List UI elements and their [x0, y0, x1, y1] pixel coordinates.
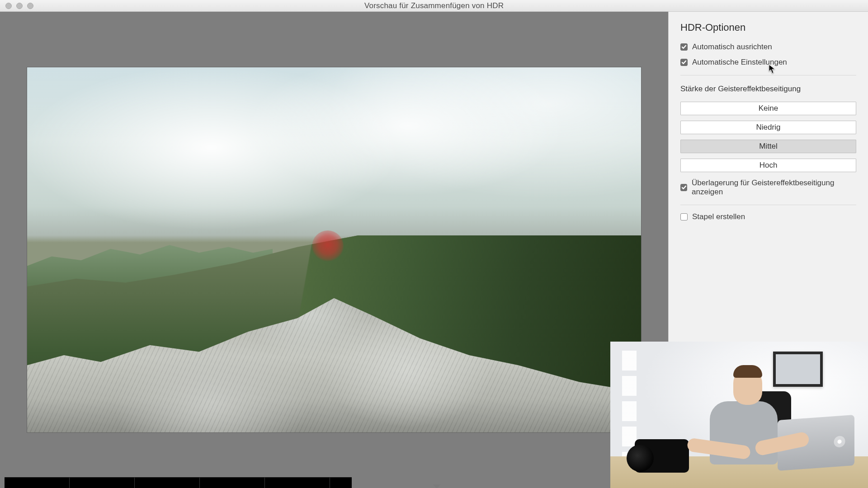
- create-stack-checkbox[interactable]: [680, 213, 688, 221]
- create-stack-row: Stapel erstellen: [680, 212, 856, 221]
- hdr-merge-preview-window: Vorschau für Zusammenfügen von HDR HDR-O…: [0, 0, 868, 488]
- filmstrip-thumb[interactable]: [135, 478, 200, 488]
- webcam-overlay: [610, 342, 868, 488]
- filmstrip-caret-icon: [433, 484, 440, 488]
- window-controls: [5, 3, 33, 9]
- webcam-presenter-hair: [733, 365, 762, 378]
- close-window-button[interactable]: [5, 3, 12, 9]
- titlebar: Vorschau für Zusammenfügen von HDR: [0, 0, 868, 12]
- auto-align-label: Automatisch ausrichten: [692, 42, 772, 52]
- webcam-dslr: [635, 439, 689, 473]
- show-deghost-overlay-label: Überlagerung für Geistereffektbeseitigun…: [692, 178, 856, 197]
- checkmark-icon: [681, 185, 687, 190]
- checkmark-icon: [681, 44, 687, 50]
- create-stack-label: Stapel erstellen: [692, 212, 745, 221]
- auto-align-checkbox[interactable]: [680, 43, 688, 51]
- show-overlay-row: Überlagerung für Geistereffektbeseitigun…: [680, 178, 856, 197]
- preview-area: [0, 12, 668, 488]
- checkmark-icon: [681, 60, 687, 65]
- divider: [680, 75, 856, 75]
- window-title: Vorschau für Zusammenfügen von HDR: [0, 1, 868, 10]
- divider: [680, 205, 856, 205]
- deghost-level-button[interactable]: Keine: [680, 102, 856, 115]
- zoom-window-button[interactable]: [27, 3, 33, 9]
- auto-settings-checkbox[interactable]: [680, 59, 688, 66]
- deghost-overlay-marker: [312, 230, 344, 262]
- show-deghost-overlay-checkbox[interactable]: [680, 184, 687, 191]
- minimize-window-button[interactable]: [16, 3, 23, 9]
- webcam-presenter: [692, 352, 796, 465]
- deghost-amount-group: KeineNiedrigMittelHoch: [680, 102, 856, 172]
- filmstrip-thumb[interactable]: [200, 478, 265, 488]
- deghost-heading: Stärke der Geistereffektbeseitigung: [680, 84, 856, 94]
- hdr-preview-image[interactable]: [27, 67, 641, 432]
- auto-settings-label: Automatische Einstellungen: [692, 58, 787, 67]
- filmstrip-thumb[interactable]: [70, 478, 135, 488]
- panel-title: HDR-Optionen: [680, 22, 856, 33]
- deghost-level-button[interactable]: Hoch: [680, 159, 856, 172]
- filmstrip-thumb[interactable]: [265, 478, 330, 488]
- auto-align-row: Automatisch ausrichten: [680, 42, 856, 52]
- auto-settings-row: Automatische Einstellungen: [680, 58, 856, 67]
- filmstrip-thumb[interactable]: [5, 478, 70, 488]
- filmstrip[interactable]: [5, 477, 352, 488]
- deghost-level-button[interactable]: Niedrig: [680, 121, 856, 134]
- deghost-level-button[interactable]: Mittel: [680, 140, 856, 153]
